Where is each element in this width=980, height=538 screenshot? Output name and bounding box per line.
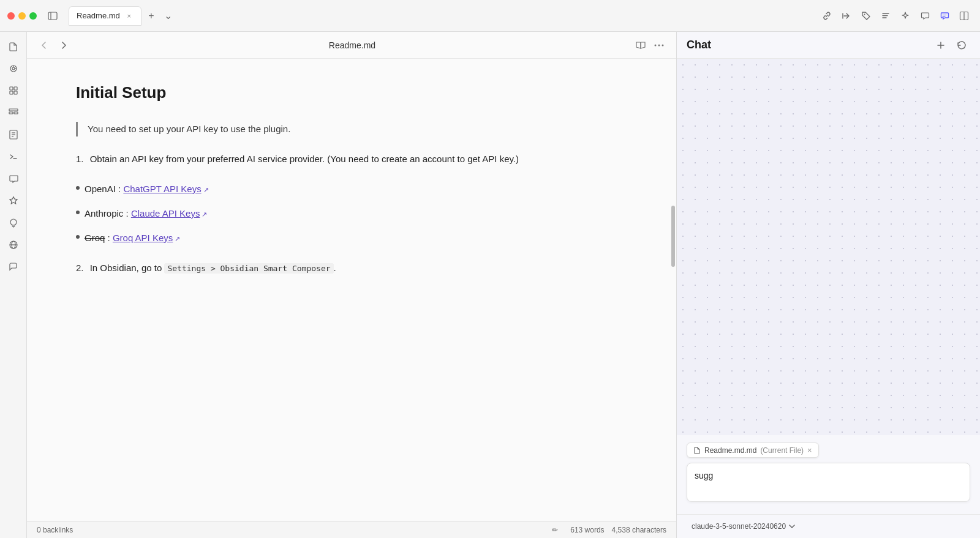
chat-panel-icon[interactable] — [936, 7, 953, 24]
close-button[interactable] — [7, 12, 15, 20]
svg-rect-18 — [9, 109, 18, 111]
chat-body — [677, 59, 980, 435]
chat-header-actions — [932, 37, 970, 54]
svg-point-2 — [864, 13, 865, 15]
inline-code: Settings > Obsidian Smart Composer — [164, 263, 333, 274]
sidebar-item-starred[interactable] — [4, 191, 23, 211]
model-selector[interactable]: claude-3-5-sonnet-20240620 — [687, 520, 801, 533]
chat-input-area: Readme.md.md (Current File) × sugg — [677, 435, 980, 514]
content-area: Readme.md In — [27, 32, 676, 538]
back-button[interactable] — [37, 38, 51, 53]
svg-rect-17 — [14, 91, 17, 94]
chat-history-button[interactable] — [953, 37, 970, 54]
svg-rect-0 — [48, 12, 57, 20]
layout-icon[interactable] — [956, 7, 973, 24]
blockquote: You need to set up your API key to use t… — [76, 122, 627, 136]
list-item-2: In Obsidian, go to Settings > Obsidian S… — [76, 260, 627, 276]
bullet-list: OpenAI : ChatGPT API Keys↗ Anthropic : C… — [76, 182, 627, 245]
groq-api-link[interactable]: Groq API Keys — [113, 233, 173, 243]
bullet-item-openai: OpenAI : ChatGPT API Keys↗ — [76, 182, 627, 196]
ext-link-icon-2: ↗ — [202, 209, 207, 220]
groq-label: Groq — [85, 233, 105, 243]
backlinks-count: 0 backlinks — [37, 526, 73, 534]
sidebar-item-globe[interactable] — [4, 235, 23, 255]
bullet-item-anthropic: Anthropic : Claude API Keys↗ — [76, 206, 627, 221]
tag-icon[interactable] — [858, 7, 875, 24]
sidebar-item-chat[interactable] — [4, 169, 23, 189]
file-tag-container: Readme.md.md (Current File) × — [687, 443, 819, 458]
claude-api-link[interactable]: Claude API Keys — [131, 208, 200, 219]
maximize-button[interactable] — [29, 12, 37, 20]
chat-title: Chat — [687, 39, 932, 51]
chat-header: Chat — [677, 32, 980, 59]
forward-button[interactable] — [56, 38, 71, 53]
file-tag-icon — [693, 447, 701, 454]
new-tab-button[interactable]: + — [144, 9, 159, 23]
openai-label: OpenAI : — [85, 184, 123, 194]
tab-bar: Readme.md × + ⌄ — [69, 6, 813, 26]
svg-rect-20 — [14, 112, 18, 114]
sidebar-item-graph[interactable] — [4, 59, 23, 78]
sidebar-item-bookmarks[interactable] — [4, 81, 23, 100]
bullet-dot-2 — [76, 211, 80, 214]
scrollbar-thumb[interactable] — [671, 206, 675, 267]
file-tag-close-button[interactable]: × — [807, 446, 812, 455]
sidebar-toggle-button[interactable] — [47, 10, 59, 22]
chat-footer: claude-3-5-sonnet-20240620 — [677, 514, 980, 538]
chatgpt-api-link[interactable]: ChatGPT API Keys — [123, 184, 201, 194]
bullet-item-groq: Groq : Groq API Keys↗ — [76, 231, 627, 245]
traffic-lights — [7, 12, 37, 20]
file-tag-label: (Current File) — [760, 446, 804, 455]
chat-input[interactable]: sugg — [687, 463, 970, 502]
char-count: 4,538 characters — [612, 526, 666, 534]
active-tab[interactable]: Readme.md × — [69, 6, 141, 26]
new-chat-button[interactable] — [932, 37, 949, 54]
svg-rect-19 — [9, 112, 13, 114]
more-options-button[interactable] — [652, 38, 666, 53]
top-toolbar — [818, 7, 973, 24]
reading-mode-button[interactable] — [633, 38, 648, 53]
file-tag-name: Readme.md.md — [704, 446, 756, 455]
title-bar: Readme.md × + ⌄ — [0, 0, 980, 32]
ai-icon[interactable] — [897, 7, 914, 24]
backlink-icon[interactable] — [838, 7, 855, 24]
tab-dropdown-button[interactable]: ⌄ — [161, 9, 176, 23]
ordered-list-2: In Obsidian, go to Settings > Obsidian S… — [76, 260, 627, 276]
svg-point-31 — [658, 44, 660, 46]
document-content: Initial Setup You need to set up your AP… — [27, 59, 676, 521]
ordered-list: Obtain an API key from your preferred AI… — [76, 151, 627, 167]
sidebar-item-speech[interactable] — [4, 257, 23, 277]
bullet-dot — [76, 186, 80, 190]
main-layout: Readme.md In — [0, 32, 980, 538]
sidebar-item-files[interactable] — [4, 37, 23, 56]
comments-icon[interactable] — [916, 7, 933, 24]
outline-icon[interactable] — [877, 7, 894, 24]
anthropic-label: Anthropic : — [85, 208, 131, 219]
document-title: Readme.md — [76, 40, 628, 50]
bullet-dot-3 — [76, 235, 80, 239]
doc-heading: Initial Setup — [76, 83, 627, 102]
word-count: 613 words — [570, 526, 604, 534]
svg-point-11 — [12, 67, 15, 70]
sidebar-item-pages[interactable] — [4, 125, 23, 144]
svg-rect-15 — [14, 87, 17, 90]
svg-point-32 — [662, 44, 664, 46]
content-toolbar-right — [633, 38, 666, 53]
sidebar-item-terminal[interactable] — [4, 147, 23, 166]
link-icon[interactable] — [818, 7, 835, 24]
svg-rect-16 — [10, 91, 13, 94]
left-sidebar — [0, 32, 27, 538]
sidebar-item-kanban[interactable] — [4, 103, 23, 122]
tab-title: Readme.md — [77, 11, 120, 20]
chat-panel: Chat — [677, 32, 980, 538]
ext-link-icon-3: ↗ — [175, 234, 180, 245]
minimize-button[interactable] — [18, 12, 26, 20]
ext-link-icon-1: ↗ — [203, 185, 209, 196]
list-item-2-text: In Obsidian, go to — [90, 263, 165, 273]
svg-rect-14 — [10, 87, 13, 90]
svg-point-26 — [10, 219, 17, 225]
sidebar-item-comments[interactable] — [4, 213, 23, 233]
edit-icon: ✏ — [552, 526, 558, 534]
tab-close-button[interactable]: × — [125, 12, 134, 20]
content-toolbar: Readme.md — [27, 32, 676, 59]
